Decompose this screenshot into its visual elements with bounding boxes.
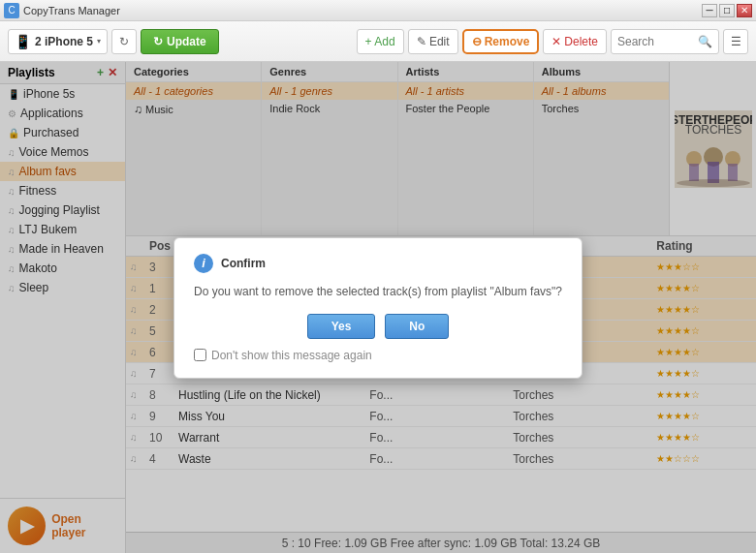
device-name: 2 iPhone 5: [35, 35, 93, 48]
maximize-button[interactable]: □: [719, 4, 735, 17]
refresh-button[interactable]: ↻: [111, 29, 137, 54]
edit-button[interactable]: ✎ Edit: [408, 29, 458, 54]
app-icon: C: [4, 3, 19, 18]
delete-button[interactable]: ✕ Delete: [543, 29, 607, 54]
delete-icon: ✕: [551, 35, 561, 48]
hamburger-icon: ☰: [731, 35, 741, 48]
device-selector[interactable]: 📱 2 iPhone 5 ▾: [8, 29, 108, 54]
refresh-icon: ↻: [119, 35, 129, 48]
minimize-button[interactable]: ─: [702, 4, 717, 17]
toolbar: 📱 2 iPhone 5 ▾ ↻ ↻ Update + Add ✎ Edit ⊖…: [0, 21, 756, 62]
dialog-buttons: Yes No: [194, 314, 562, 339]
window-controls: ─ □ ✕: [702, 4, 752, 17]
remove-button[interactable]: ⊖ Remove: [462, 29, 540, 54]
search-input[interactable]: [617, 35, 695, 48]
titlebar-title: CopyTrans Manager: [23, 5, 702, 16]
titlebar: C CopyTrans Manager ─ □ ✕: [0, 0, 756, 21]
search-icon: 🔍: [698, 35, 712, 48]
close-button[interactable]: ✕: [737, 4, 752, 17]
chevron-down-icon: ▾: [97, 37, 101, 46]
dialog-message: Do you want to remove the selected track…: [194, 283, 562, 300]
confirm-dialog: i Confirm Do you want to remove the sele…: [173, 237, 583, 379]
dialog-title: i Confirm: [194, 254, 562, 273]
remove-icon: ⊖: [472, 35, 482, 48]
update-icon: ↻: [153, 35, 163, 48]
dialog-overlay: i Confirm Do you want to remove the sele…: [0, 62, 756, 553]
dont-show-again-checkbox[interactable]: [194, 349, 206, 361]
menu-button[interactable]: ☰: [723, 29, 748, 54]
dialog-no-button[interactable]: No: [385, 314, 449, 339]
dont-show-again-checkbox-row: Don't show this message again: [194, 349, 562, 362]
update-button[interactable]: ↻ Update: [141, 29, 219, 54]
search-box[interactable]: 🔍: [611, 29, 719, 54]
dont-show-again-label: Don't show this message again: [211, 349, 372, 362]
device-icon: 📱: [15, 34, 31, 49]
info-icon: i: [194, 254, 213, 273]
add-button[interactable]: + Add: [357, 29, 404, 54]
main-content: Playlists + ✕ 📱 iPhone 5s ⚙ Applications…: [0, 62, 756, 553]
dialog-yes-button[interactable]: Yes: [307, 314, 376, 339]
